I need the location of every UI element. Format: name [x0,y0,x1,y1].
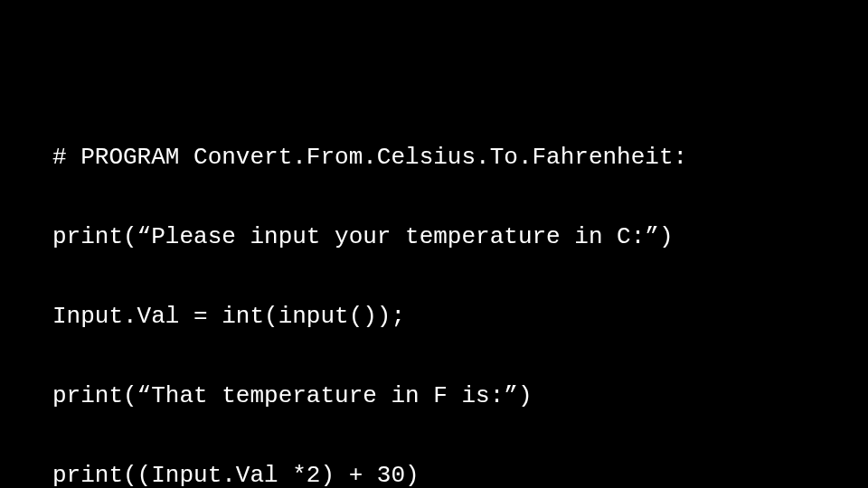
code-line: print(“Please input your temperature in … [52,217,868,257]
code-block: # PROGRAM Convert.From.Celsius.To.Fahren… [0,0,868,488]
code-line: print((Input.Val *2) + 30) [52,455,868,488]
code-line: # PROGRAM Convert.From.Celsius.To.Fahren… [52,137,868,177]
code-line: print(“That temperature in F is:”) [52,376,868,416]
code-line: Input.Val = int(input()); [52,296,868,336]
